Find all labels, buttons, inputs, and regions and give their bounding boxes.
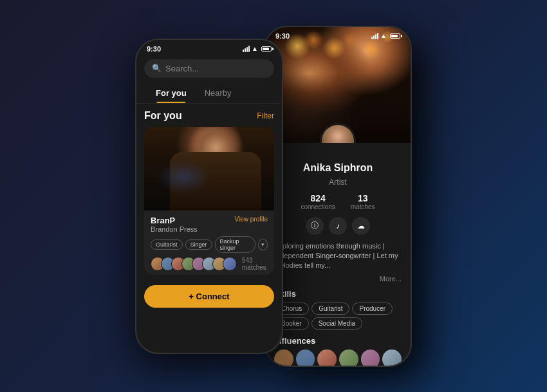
bio-text: Exploring emotions through music | Indep… <box>274 241 402 271</box>
phone2-screen: 9:30 ▲ <box>265 27 411 366</box>
profile-name: Anika Siphron <box>274 162 402 174</box>
spotify-icon[interactable]: ♪ <box>329 217 347 235</box>
artist-full-name: Brandon Press <box>151 225 198 233</box>
influence-avatar-6 <box>382 350 402 366</box>
signal-bars2-icon <box>371 33 378 39</box>
signal-bar2-4 <box>377 33 378 39</box>
battery2-fill <box>391 35 398 37</box>
signal-bar-3 <box>246 47 248 52</box>
stat-matches: 13 matches <box>351 193 375 210</box>
signal-bar2-2 <box>373 35 375 39</box>
tag-guitarist: Guitarist <box>151 239 183 250</box>
status-icons: ▲ <box>243 45 272 52</box>
search-icon: 🔍 <box>152 64 162 73</box>
social-row: ⓘ ♪ ☁ <box>274 217 402 235</box>
avatar-8 <box>223 257 237 271</box>
battery-fill <box>263 48 269 50</box>
signal-bar2-1 <box>371 37 373 39</box>
skill-social-media: Social Media <box>311 317 362 330</box>
tag-backup-singer: Backup singer <box>215 236 255 253</box>
artist-info: BranP Brandon Press View profile Guitari… <box>144 210 274 275</box>
connect-button[interactable]: + Connect <box>144 285 274 308</box>
skills-section: Skills Chorus Guitarist Producer Booker … <box>274 289 402 330</box>
section-title: For you <box>144 110 182 122</box>
search-container: 🔍 Search... <box>136 55 282 83</box>
skill-guitarist: Guitarist <box>311 303 349 315</box>
skills-title: Skills <box>274 289 402 299</box>
stats-row: 824 connections 13 matches <box>274 193 402 210</box>
artist-photo <box>144 127 274 210</box>
status-time: 9:30 <box>147 45 161 53</box>
connections-value: 824 <box>301 193 335 203</box>
connections-label: connections <box>301 203 335 210</box>
artist-short-name: BranP <box>151 216 198 225</box>
light-orb-5 <box>362 40 381 59</box>
instagram-icon[interactable]: ⓘ <box>306 217 324 235</box>
search-placeholder: Search... <box>165 64 199 73</box>
phone1: 9:30 ▲ 🔍 Se <box>135 39 283 354</box>
signal-bar-1 <box>243 50 244 52</box>
matches-label: matches <box>351 203 375 210</box>
influence-avatar-1 <box>274 350 293 366</box>
stat-connections: 824 connections <box>301 193 335 210</box>
skills-tags: Chorus Guitarist Producer Booker Social … <box>274 303 402 330</box>
influence-avatar-2 <box>296 350 315 366</box>
section-header: For you Filter <box>144 110 274 122</box>
filter-button[interactable]: Filter <box>257 111 274 120</box>
view-profile-button[interactable]: View profile <box>234 216 268 223</box>
battery-icon <box>261 46 272 51</box>
avatars-row: 543 matches <box>151 257 268 271</box>
battery2-icon <box>390 33 400 39</box>
status-time2: 9:30 <box>275 32 290 40</box>
profile-content: Anika Siphron Artist 824 connections 13 … <box>265 143 411 366</box>
soundcloud-icon[interactable]: ☁ <box>352 217 370 235</box>
influences-avatars <box>274 350 402 366</box>
artist-name-row: BranP Brandon Press View profile <box>151 216 268 233</box>
influences-title: Influences <box>274 336 402 346</box>
tabs: For you Nearby <box>136 83 282 104</box>
wifi-icon: ▲ <box>252 45 258 52</box>
tag-singer: Singer <box>185 239 212 250</box>
influence-avatar-4 <box>339 350 358 366</box>
search-bar[interactable]: 🔍 Search... <box>144 59 274 78</box>
matches-count: 543 matches <box>242 257 268 271</box>
matches-value: 13 <box>351 193 375 203</box>
content-area: For you Filter BranP Brandon <box>136 104 282 353</box>
hero-image <box>265 27 411 143</box>
profile-role: Artist <box>274 178 402 187</box>
signal-bar2-3 <box>375 34 376 39</box>
status-icons2: ▲ <box>371 32 400 39</box>
tab-for-you[interactable]: For you <box>147 83 196 103</box>
skill-producer: Producer <box>352 303 393 315</box>
status-bar2: 9:30 ▲ <box>265 27 411 42</box>
artist-name-block: BranP Brandon Press <box>151 216 198 233</box>
avatar-stack <box>151 257 237 271</box>
influences-section: Influences <box>274 336 402 366</box>
phone2: 9:30 ▲ <box>264 26 412 367</box>
status-bar: 9:30 ▲ <box>136 40 282 55</box>
artist-card: BranP Brandon Press View profile Guitari… <box>144 127 274 275</box>
signal-bar-2 <box>245 48 246 52</box>
musician-visual <box>144 127 274 210</box>
influence-avatar-3 <box>317 350 337 366</box>
tags-row: Guitarist Singer Backup singer ▾ <box>151 236 268 253</box>
signal-bar-4 <box>248 46 250 52</box>
expand-tags-button[interactable]: ▾ <box>258 239 268 250</box>
signal-bars-icon <box>243 46 250 52</box>
phone1-screen: 9:30 ▲ 🔍 Se <box>136 40 282 353</box>
phones-container: 9:30 ▲ 🔍 Se <box>0 0 547 392</box>
more-link[interactable]: More... <box>274 275 402 283</box>
influence-avatar-5 <box>361 350 380 366</box>
screen-glow <box>157 160 209 194</box>
profile-avatar-face <box>322 125 354 143</box>
wifi2-icon: ▲ <box>380 32 387 39</box>
tab-nearby[interactable]: Nearby <box>196 83 241 103</box>
